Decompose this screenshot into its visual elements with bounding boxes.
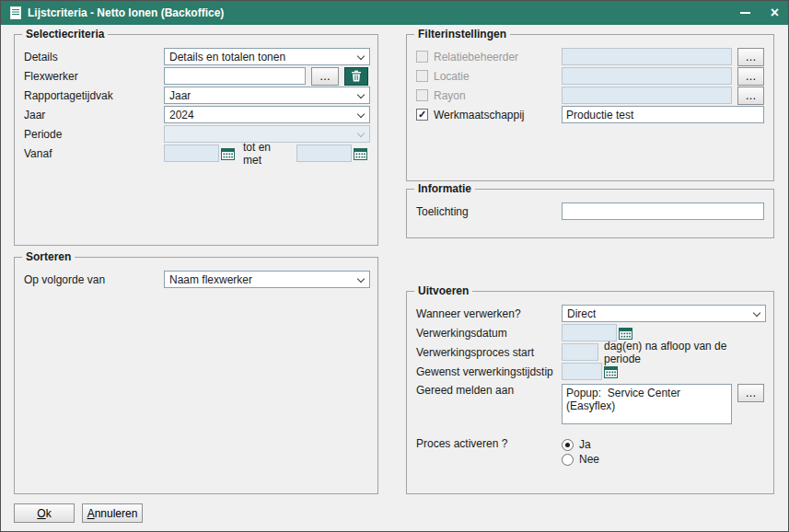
vanaf-calendar-button[interactable]: [219, 145, 236, 162]
periode-dropdown: [164, 125, 370, 143]
chevron-down-icon: [357, 91, 365, 98]
wanneer-verwerken-label: Wanneer verwerken?: [416, 307, 562, 320]
wanneer-verwerken-dropdown[interactable]: Direct: [562, 305, 766, 322]
proces-activeren-nee-radio[interactable]: [562, 454, 574, 466]
locatie-checkbox: [416, 70, 428, 82]
check-icon: ✓: [418, 110, 426, 120]
toelichting-row: Toelichting: [416, 202, 764, 221]
verwerkingsproces-start-row: Verwerkingsproces start dag(en) na afloo…: [416, 342, 764, 362]
rapportagetijdvak-dropdown[interactable]: Jaar: [164, 87, 370, 104]
calendar-icon: [619, 327, 632, 340]
werkmaatschappij-input[interactable]: [562, 106, 764, 123]
op-volgorde-dropdown[interactable]: Naam flexwerker: [164, 271, 370, 288]
gereed-melden-label: Gereed melden aan: [416, 384, 562, 397]
proces-activeren-label: Proces activeren ?: [416, 437, 562, 450]
group-informatie: Informatie Toelichting: [406, 189, 774, 238]
rayon-checkbox: [416, 89, 428, 101]
vanaf-label: Vanaf: [24, 147, 164, 160]
tot-en-met-label: tot en met: [243, 141, 289, 167]
periode-row: Periode: [24, 124, 368, 144]
window-title: Lijstcriteria - Netto lonen (Backoffice): [28, 6, 224, 19]
calendar-icon: [221, 147, 235, 160]
vanaf-row: Vanaf: [24, 144, 368, 163]
rayon-input: [562, 87, 732, 104]
rayon-label: Rayon: [434, 89, 466, 102]
werkmaatschappij-checkbox[interactable]: ✓: [416, 109, 428, 121]
ok-button[interactable]: Ok: [14, 503, 75, 523]
flexwerker-input[interactable]: [164, 67, 306, 85]
periode-label: Periode: [24, 128, 164, 141]
verwerkingsproces-start-input: [562, 343, 598, 361]
rayon-row: Rayon …: [416, 86, 764, 105]
chevron-down-icon: [357, 110, 365, 118]
chevron-down-icon: [357, 275, 365, 283]
group-legend: Sorteren: [22, 250, 75, 263]
trash-icon: [351, 70, 362, 82]
vanaf-date-input: [164, 145, 219, 162]
minimize-icon[interactable]: [740, 12, 750, 14]
proces-activeren-nee-label: Nee: [579, 453, 599, 466]
wanneer-verwerken-row: Wanneer verwerken? Direct: [416, 304, 764, 323]
op-volgorde-label: Op volgorde van: [24, 273, 164, 286]
gewenst-verwerkingstijdstip-label: Gewenst verwerkingstijdstip: [416, 365, 562, 378]
flexwerker-row: Flexwerker …: [24, 66, 368, 86]
proces-activeren-ja-label: Ja: [579, 438, 591, 451]
locatie-row: Locatie …: [416, 66, 764, 86]
group-legend: Filterinstellingen: [414, 28, 510, 40]
tot-en-met-calendar-button[interactable]: [352, 145, 368, 162]
flexwerker-label: Flexwerker: [24, 70, 164, 83]
group-filterinstellingen: Filterinstellingen Relatiebeheerder … Lo…: [406, 34, 774, 181]
tot-en-met-date-input: [296, 145, 352, 162]
calendar-icon: [354, 147, 367, 160]
rapportagetijdvak-label: Rapportagetijdvak: [24, 89, 164, 102]
relatiebeheerder-input: [562, 48, 732, 65]
gewenst-verwerkingstijdstip-calendar-button[interactable]: [602, 364, 619, 380]
verwerkingsproces-start-label: Verwerkingsproces start: [416, 346, 562, 359]
gereed-melden-browse-button[interactable]: …: [737, 384, 764, 402]
flexwerker-browse-button[interactable]: …: [311, 67, 339, 86]
rapportagetijdvak-row: Rapportagetijdvak Jaar: [24, 86, 368, 105]
group-selectiecriteria: Selectiecriteria Details Details en tota…: [14, 34, 378, 246]
calendar-icon: [604, 365, 618, 378]
locatie-input: [562, 67, 732, 85]
titlebar: Lijstcriteria - Netto lonen (Backoffice)…: [1, 1, 788, 25]
group-legend: Uitvoeren: [414, 284, 472, 297]
werkmaatschappij-label: Werkmaatschappij: [434, 109, 524, 121]
group-sorteren: Sorteren Op volgorde van Naam flexwerker: [14, 257, 378, 494]
details-dropdown[interactable]: Details en totalen tonen: [164, 48, 370, 65]
verwerkingsproces-start-suffix: dag(en) na afloop van de periode: [604, 340, 764, 365]
jaar-label: Jaar: [24, 109, 164, 121]
werkmaatschappij-row: ✓ Werkmaatschappij: [416, 105, 764, 124]
close-icon[interactable]: ×: [771, 6, 779, 20]
rayon-browse-button[interactable]: …: [737, 87, 764, 105]
group-legend: Selectiecriteria: [22, 28, 108, 40]
toelichting-input[interactable]: [562, 202, 764, 220]
relatiebeheerder-row: Relatiebeheerder …: [416, 47, 764, 66]
gereed-melden-row: Gereed melden aan Popup: Service Center …: [416, 384, 764, 424]
toelichting-label: Toelichting: [416, 205, 562, 218]
details-label: Details: [24, 51, 164, 64]
relatiebeheerder-checkbox: [416, 51, 428, 63]
group-legend: Informatie: [414, 182, 475, 195]
chevron-down-icon: [753, 309, 760, 317]
verwerkingsdatum-label: Verwerkingsdatum: [416, 327, 562, 340]
window-icon: [10, 6, 21, 19]
dialog-window: Lijstcriteria - Netto lonen (Backoffice)…: [0, 0, 789, 532]
jaar-dropdown[interactable]: 2024: [164, 106, 370, 123]
relatiebeheerder-label: Relatiebeheerder: [434, 51, 518, 64]
locatie-browse-button[interactable]: …: [737, 67, 764, 86]
details-row: Details Details en totalen tonen: [24, 47, 368, 66]
chevron-down-icon: [357, 52, 365, 60]
chevron-down-icon: [357, 130, 365, 137]
locatie-label: Locatie: [434, 70, 470, 83]
proces-activeren-ja-radio[interactable]: [562, 439, 574, 451]
group-uitvoeren: Uitvoeren Wanneer verwerken? Direct Verw…: [406, 291, 774, 494]
proces-activeren-row: Proces activeren ? Ja Nee: [416, 437, 764, 467]
jaar-row: Jaar 2024: [24, 105, 368, 124]
op-volgorde-row: Op volgorde van Naam flexwerker: [24, 270, 368, 289]
flexwerker-clear-button[interactable]: [344, 67, 368, 86]
relatiebeheerder-browse-button[interactable]: …: [737, 48, 764, 66]
gereed-melden-listbox[interactable]: Popup: Service Center (Easyflex): [562, 384, 732, 424]
gewenst-verwerkingstijdstip-input: [562, 363, 602, 380]
cancel-button[interactable]: Annuleren: [82, 503, 143, 523]
